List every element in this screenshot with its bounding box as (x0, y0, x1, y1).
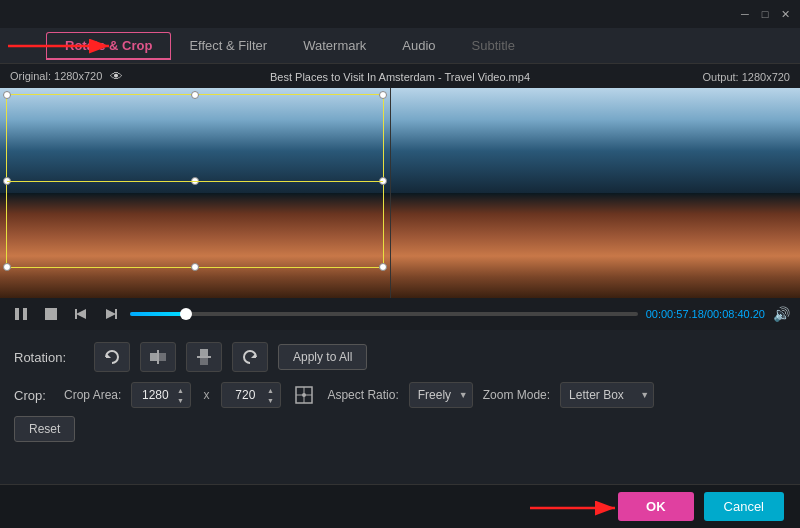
video-filename: Best Places to Visit In Amsterdam - Trav… (270, 71, 530, 83)
tab-audio[interactable]: Audio (384, 32, 453, 59)
dimension-separator: x (203, 388, 209, 402)
aspect-ratio-select-wrap: Freely 16:9 4:3 1:1 9:16 ▼ (409, 382, 473, 408)
height-decrement-button[interactable]: ▼ (264, 395, 276, 405)
tab-subtitle[interactable]: Subtitle (454, 32, 533, 59)
width-spinners: ▲ ▼ (174, 385, 186, 405)
apply-to-all-button[interactable]: Apply to All (278, 344, 367, 370)
svg-marker-9 (106, 353, 111, 358)
time-display: 00:00:57.18/00:08:40.20 (646, 308, 765, 320)
prev-frame-button[interactable] (70, 303, 92, 325)
svg-marker-16 (251, 353, 256, 358)
original-resolution: Original: 1280x720 (10, 70, 102, 82)
minimize-button[interactable]: ─ (738, 7, 752, 21)
reset-button[interactable]: Reset (14, 416, 75, 442)
progress-thumb[interactable] (180, 308, 192, 320)
width-decrement-button[interactable]: ▼ (174, 395, 186, 405)
zoom-mode-select[interactable]: Letter Box Pan & Scan Full (560, 382, 654, 408)
tab-rotate-crop[interactable]: Rotate & Crop (46, 32, 171, 60)
progress-fill (130, 312, 186, 316)
crop-area-label: Crop Area: (64, 388, 121, 402)
aspect-ratio-label: Aspect Ratio: (327, 388, 398, 402)
crop-handle-tl[interactable] (3, 91, 11, 99)
crop-overlay (6, 94, 384, 268)
maximize-button[interactable]: □ (758, 7, 772, 21)
svg-point-20 (302, 393, 306, 397)
crop-center-hline (7, 181, 383, 182)
video-header: Original: 1280x720 👁 Best Places to Visi… (0, 64, 800, 88)
playback-bar: 00:00:57.18/00:08:40.20 🔊 (0, 298, 800, 330)
svg-rect-6 (75, 309, 77, 319)
video-panels (0, 88, 800, 298)
tab-bar: Rotate & Crop Effect & Filter Watermark … (0, 28, 800, 64)
crop-width-input-wrap: ▲ ▼ (131, 382, 191, 408)
ok-arrow-annotation (525, 490, 625, 520)
svg-marker-7 (106, 309, 116, 319)
output-resolution: Output: 1280x720 (703, 71, 790, 83)
rotate-right-button[interactable] (232, 342, 268, 372)
close-button[interactable]: ✕ (778, 7, 792, 21)
flip-vertical-button[interactable] (186, 342, 222, 372)
tab-watermark[interactable]: Watermark (285, 32, 384, 59)
tab-effect-filter[interactable]: Effect & Filter (171, 32, 285, 59)
svg-rect-13 (200, 349, 208, 356)
svg-marker-5 (76, 309, 86, 319)
svg-rect-11 (159, 353, 166, 361)
pause-button[interactable] (10, 303, 32, 325)
next-frame-button[interactable] (100, 303, 122, 325)
crop-label: Crop: (14, 388, 54, 403)
progress-track[interactable] (130, 312, 638, 316)
crop-width-input[interactable] (136, 388, 174, 402)
cancel-button[interactable]: Cancel (704, 492, 784, 521)
flip-horizontal-button[interactable] (140, 342, 176, 372)
svg-rect-14 (200, 358, 208, 365)
svg-rect-4 (45, 308, 57, 320)
rotate-left-button[interactable] (94, 342, 130, 372)
crop-handle-tc[interactable] (191, 91, 199, 99)
stop-button[interactable] (40, 303, 62, 325)
crop-height-input[interactable] (226, 388, 264, 402)
zoom-mode-select-wrap: Letter Box Pan & Scan Full ▼ (560, 382, 654, 408)
center-crop-button[interactable] (291, 382, 317, 408)
crop-height-input-wrap: ▲ ▼ (221, 382, 281, 408)
video-left-panel (0, 88, 390, 298)
crop-row: Crop: Crop Area: ▲ ▼ x ▲ ▼ (14, 382, 786, 408)
height-increment-button[interactable]: ▲ (264, 385, 276, 395)
ok-button[interactable]: OK (618, 492, 694, 521)
svg-rect-10 (150, 353, 157, 361)
svg-rect-8 (115, 309, 117, 319)
crop-handle-bc[interactable] (191, 263, 199, 271)
aspect-ratio-select[interactable]: Freely 16:9 4:3 1:1 9:16 (409, 382, 473, 408)
height-spinners: ▲ ▼ (264, 385, 276, 405)
controls-area: Rotation: (0, 330, 800, 450)
crop-handle-bl[interactable] (3, 263, 11, 271)
action-bar: OK Cancel (0, 484, 800, 528)
crop-handle-br[interactable] (379, 263, 387, 271)
crop-handle-tr[interactable] (379, 91, 387, 99)
title-bar: ─ □ ✕ (0, 0, 800, 28)
volume-icon[interactable]: 🔊 (773, 306, 790, 322)
svg-rect-3 (23, 308, 27, 320)
video-right-panel (390, 88, 800, 298)
eye-icon[interactable]: 👁 (110, 69, 123, 84)
zoom-mode-label: Zoom Mode: (483, 388, 550, 402)
svg-rect-2 (15, 308, 19, 320)
rotation-label: Rotation: (14, 350, 84, 365)
rotation-row: Rotation: (14, 342, 786, 372)
width-increment-button[interactable]: ▲ (174, 385, 186, 395)
